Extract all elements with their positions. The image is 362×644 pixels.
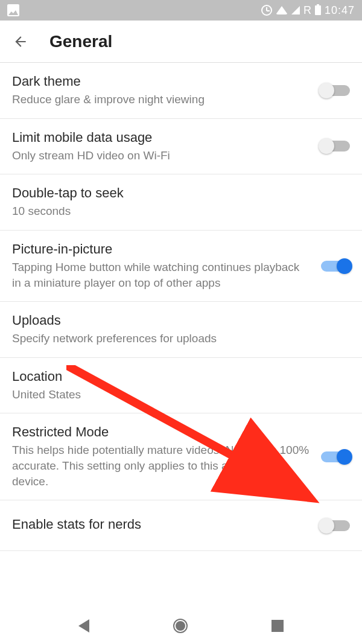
setting-text: Location United States bbox=[12, 369, 350, 403]
status-clock: 10:47 bbox=[325, 4, 355, 17]
setting-subtitle: Specify network preferences for uploads bbox=[12, 331, 350, 346]
setting-location[interactable]: Location United States bbox=[0, 358, 362, 414]
alarm-icon bbox=[261, 5, 272, 16]
setting-title: Location bbox=[12, 369, 350, 384]
setting-limit-mobile-data[interactable]: Limit mobile data usage Only stream HD v… bbox=[0, 119, 362, 175]
setting-text: Enable stats for nerds bbox=[12, 517, 311, 535]
nav-home-button[interactable] bbox=[173, 619, 188, 633]
setting-subtitle: Reduce glare & improve night viewing bbox=[12, 92, 311, 107]
battery-icon bbox=[315, 5, 321, 15]
nav-recent-button[interactable] bbox=[272, 620, 284, 632]
setting-dark-theme[interactable]: Dark theme Reduce glare & improve night … bbox=[0, 63, 362, 119]
toggle-knob bbox=[337, 258, 352, 274]
setting-text: Dark theme Reduce glare & improve night … bbox=[12, 74, 311, 107]
setting-text: Uploads Specify network preferences for … bbox=[12, 313, 350, 346]
setting-restricted-mode[interactable]: Restricted Mode This helps hide potentia… bbox=[0, 413, 362, 500]
setting-subtitle: This helps hide potentially mature video… bbox=[12, 442, 311, 489]
setting-text: Restricted Mode This helps hide potentia… bbox=[12, 424, 311, 489]
toggle-knob bbox=[319, 518, 334, 534]
setting-title: Uploads bbox=[12, 313, 350, 328]
wifi-icon bbox=[276, 6, 288, 14]
restricted-mode-toggle[interactable] bbox=[321, 451, 350, 462]
setting-text: Double-tap to seek 10 seconds bbox=[12, 185, 350, 219]
setting-text: Picture-in-picture Tapping Home button w… bbox=[12, 241, 311, 290]
signal-icon bbox=[291, 6, 300, 14]
setting-title: Picture-in-picture bbox=[12, 241, 311, 257]
limit-mobile-data-toggle[interactable] bbox=[321, 141, 350, 151]
dark-theme-toggle[interactable] bbox=[321, 85, 350, 96]
settings-list: Dark theme Reduce glare & improve night … bbox=[0, 63, 362, 551]
back-arrow-icon bbox=[13, 34, 28, 49]
nav-back-button[interactable] bbox=[78, 619, 89, 633]
back-button[interactable] bbox=[12, 33, 29, 50]
setting-subtitle: Tapping Home button while watching conti… bbox=[12, 260, 311, 290]
setting-title: Restricted Mode bbox=[12, 424, 311, 440]
toggle-knob bbox=[319, 138, 334, 154]
setting-uploads[interactable]: Uploads Specify network preferences for … bbox=[0, 302, 362, 358]
status-left bbox=[7, 4, 19, 16]
toggle-knob bbox=[337, 449, 352, 465]
image-notification-icon bbox=[7, 4, 19, 16]
toggle-knob bbox=[319, 83, 334, 98]
stats-for-nerds-toggle[interactable] bbox=[321, 520, 350, 531]
setting-title: Dark theme bbox=[12, 74, 311, 89]
app-bar: General bbox=[0, 21, 362, 63]
picture-in-picture-toggle[interactable] bbox=[321, 261, 350, 272]
setting-subtitle: 10 seconds bbox=[12, 203, 350, 219]
status-bar: R 10:47 bbox=[0, 0, 362, 21]
setting-double-tap-seek[interactable]: Double-tap to seek 10 seconds bbox=[0, 174, 362, 231]
setting-subtitle: Only stream HD video on Wi-Fi bbox=[12, 148, 311, 164]
setting-title: Double-tap to seek bbox=[12, 185, 350, 201]
navigation-bar bbox=[0, 608, 362, 644]
setting-text: Limit mobile data usage Only stream HD v… bbox=[12, 130, 311, 164]
network-indicator: R bbox=[303, 4, 311, 17]
setting-picture-in-picture[interactable]: Picture-in-picture Tapping Home button w… bbox=[0, 231, 362, 302]
page-title: General bbox=[49, 32, 112, 51]
setting-stats-for-nerds[interactable]: Enable stats for nerds bbox=[0, 500, 362, 551]
setting-title: Enable stats for nerds bbox=[12, 517, 311, 532]
setting-subtitle: United States bbox=[12, 387, 350, 403]
setting-title: Limit mobile data usage bbox=[12, 130, 311, 145]
status-right: R 10:47 bbox=[261, 4, 355, 17]
